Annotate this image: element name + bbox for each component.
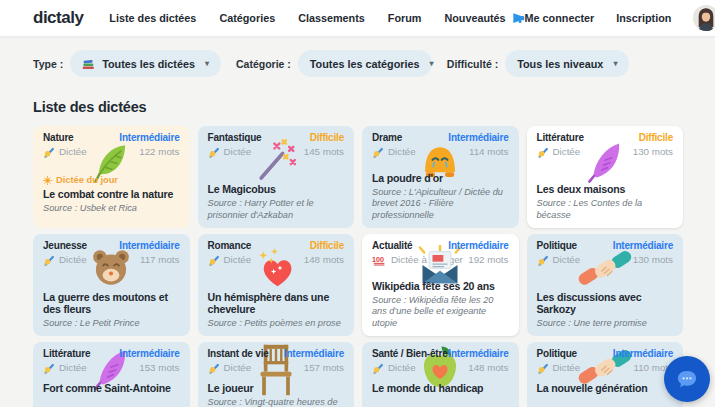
type-dropdown[interactable]: Toutes les dictées ▾ bbox=[70, 50, 221, 77]
card-category: Actualité bbox=[372, 240, 412, 252]
dictation-card[interactable]: Romance Difficile Dictée 148 mots Un hém… bbox=[198, 234, 355, 336]
card-type-label: Dictée bbox=[388, 362, 416, 374]
dictation-card[interactable]: Actualité Intermédiaire 100 Dictée à cor… bbox=[362, 234, 519, 336]
card-word-count: 122 mots bbox=[139, 146, 179, 158]
daily-dictation-badge: Dictée du jour bbox=[43, 175, 180, 186]
dictation-card[interactable]: Instant de vie Intermédiaire Dictée 157 … bbox=[198, 342, 355, 407]
card-source: Source : Vingt-quatre heures de la vie d… bbox=[208, 397, 345, 407]
card-title: Les discussions avec Sarkozy bbox=[537, 291, 674, 315]
card-category: Politique bbox=[537, 240, 577, 252]
dictation-card[interactable]: Politique Intermédiaire Dictée 110 mots … bbox=[527, 342, 684, 407]
filter-category-label: Catégorie : bbox=[236, 58, 291, 70]
type-dropdown-value: Toutes les dictées bbox=[102, 58, 195, 70]
writing-hand-icon bbox=[43, 254, 55, 266]
card-word-count: 153 mots bbox=[139, 362, 179, 374]
card-header: Nature Intermédiaire bbox=[43, 132, 180, 144]
megaphone-icon bbox=[511, 12, 525, 24]
page-title: Liste des dictées bbox=[0, 99, 715, 115]
card-header: Romance Difficile bbox=[208, 240, 345, 252]
login-link[interactable]: Me connecter bbox=[525, 12, 595, 24]
card-header: Politique Intermédiaire bbox=[537, 240, 674, 252]
card-difficulty-badge: Difficile bbox=[310, 132, 344, 144]
card-type-label: Dictée bbox=[388, 146, 416, 158]
writing-hand-icon bbox=[43, 146, 55, 158]
writing-hand-icon bbox=[537, 146, 549, 158]
card-category: Politique bbox=[537, 348, 577, 360]
dictation-card[interactable]: Nature Intermédiaire Dictée 122 mots Dic… bbox=[33, 126, 190, 228]
card-word-count: 192 mots bbox=[468, 254, 508, 266]
card-word-count: 157 mots bbox=[304, 362, 344, 374]
card-type-label: Dictée bbox=[59, 146, 87, 158]
chat-bubble-icon bbox=[675, 367, 699, 391]
header-right: Me connecter Inscription bbox=[525, 5, 715, 31]
card-difficulty-badge: Intermédiaire bbox=[613, 240, 673, 252]
nav-forum[interactable]: Forum bbox=[388, 12, 422, 24]
card-difficulty-badge: Intermédiaire bbox=[613, 348, 673, 360]
card-header: Drame Intermédiaire bbox=[372, 132, 509, 144]
card-type-label: Dictée bbox=[59, 362, 87, 374]
category-dropdown[interactable]: Toutes les catégories ▾ bbox=[298, 50, 432, 77]
card-title: Le monde du handicap bbox=[372, 382, 509, 394]
nav-categories[interactable]: Catégories bbox=[219, 12, 275, 24]
feather-icon bbox=[581, 137, 629, 185]
nav-classements[interactable]: Classements bbox=[298, 12, 365, 24]
card-difficulty-badge: Intermédiaire bbox=[284, 348, 344, 360]
card-title: Le combat contre la nature bbox=[43, 188, 180, 200]
chevron-down-icon: ▾ bbox=[205, 59, 209, 68]
hundred-icon: 100 bbox=[372, 255, 387, 266]
dictation-card[interactable]: Fantastique Difficile Dictée 145 mots Le… bbox=[198, 126, 355, 228]
card-source: Source : Petits poèmes en prose bbox=[208, 318, 345, 330]
card-title: Un hémisphère dans une chevelure bbox=[208, 291, 345, 315]
dictation-card[interactable]: Jeunesse Intermédiaire Dictée 117 mots L… bbox=[33, 234, 190, 336]
user-avatar[interactable] bbox=[693, 5, 715, 31]
card-type-label: Dictée bbox=[553, 362, 581, 374]
writing-hand-icon bbox=[208, 254, 220, 266]
card-word-count: 130 mots bbox=[633, 254, 673, 266]
card-word-count: 130 mots bbox=[633, 146, 673, 158]
difficulty-dropdown[interactable]: Tous les niveaux ▾ bbox=[505, 50, 629, 77]
card-source: Source : Le Petit Prince bbox=[43, 318, 180, 330]
category-dropdown-value: Toutes les catégories bbox=[310, 58, 420, 70]
card-category: Drame bbox=[372, 132, 402, 144]
writing-hand-icon bbox=[43, 362, 55, 374]
chat-button[interactable] bbox=[664, 356, 710, 402]
card-category: Santé / Bien-être bbox=[372, 348, 448, 360]
card-title: Le Magicobus bbox=[208, 183, 345, 195]
card-word-count: 145 mots bbox=[304, 146, 344, 158]
dictation-card[interactable]: Littérature Intermédiaire Dictée 153 mot… bbox=[33, 342, 190, 407]
nav-liste-des-dictees[interactable]: Liste des dictées bbox=[109, 12, 196, 24]
books-icon bbox=[82, 58, 95, 70]
signup-link[interactable]: Inscription bbox=[616, 12, 671, 24]
writing-hand-icon bbox=[537, 254, 549, 266]
card-source: Source : Une terre promise bbox=[537, 318, 674, 330]
filter-difficulty: Difficulté : Tous les niveaux ▾ bbox=[447, 50, 630, 77]
card-type-label: Dictée bbox=[224, 146, 252, 158]
card-type-label: Dictée bbox=[553, 254, 581, 266]
card-title: Fort comme Saint-Antoine bbox=[43, 382, 180, 394]
dictation-card[interactable]: Politique Intermédiaire Dictée 130 mots … bbox=[527, 234, 684, 336]
dictation-card[interactable]: Santé / Bien-être Intermédiaire Dictée 1… bbox=[362, 342, 519, 407]
card-header: Fantastique Difficile bbox=[208, 132, 345, 144]
card-header: Littérature Difficile bbox=[537, 132, 674, 144]
dictation-card[interactable]: Drame Intermédiaire Dictée 114 mots La p… bbox=[362, 126, 519, 228]
card-type-label: Dictée bbox=[553, 146, 581, 158]
nav-nouveautes[interactable]: Nouveautés bbox=[444, 12, 524, 24]
card-category: Littérature bbox=[537, 132, 584, 144]
sun-icon bbox=[43, 176, 52, 185]
filter-type-label: Type : bbox=[33, 58, 63, 70]
card-header: Littérature Intermédiaire bbox=[43, 348, 180, 360]
card-category: Littérature bbox=[43, 348, 90, 360]
logo[interactable]: dictaly bbox=[33, 8, 83, 28]
card-word-count: 148 mots bbox=[304, 254, 344, 266]
card-title: La poudre d'or bbox=[372, 172, 509, 184]
card-source: Source : Usbek et Rica bbox=[43, 203, 180, 215]
dictation-card[interactable]: Littérature Difficile Dictée 130 mots Le… bbox=[527, 126, 684, 228]
card-header: Instant de vie Intermédiaire bbox=[208, 348, 345, 360]
card-source: Source : Harry Potter et le prisonnier d… bbox=[208, 198, 345, 221]
card-difficulty-badge: Difficile bbox=[639, 132, 673, 144]
writing-hand-icon bbox=[372, 146, 384, 158]
writing-hand-icon bbox=[372, 362, 384, 374]
writing-hand-icon bbox=[208, 362, 220, 374]
card-category: Instant de vie bbox=[208, 348, 269, 360]
card-type-label: Dictée bbox=[59, 254, 87, 266]
